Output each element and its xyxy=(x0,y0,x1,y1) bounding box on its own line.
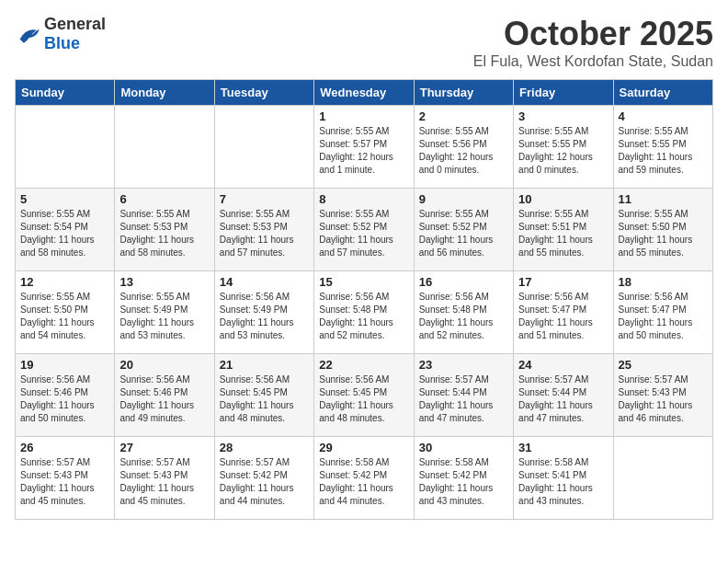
calendar-cell: 11Sunrise: 5:55 AM Sunset: 5:50 PM Dayli… xyxy=(613,189,712,271)
cell-content: Sunrise: 5:55 AM Sunset: 5:50 PM Dayligh… xyxy=(619,208,708,259)
logo-blue-text: Blue xyxy=(44,34,80,52)
day-number: 14 xyxy=(220,275,309,289)
calendar-week-2: 5Sunrise: 5:55 AM Sunset: 5:54 PM Daylig… xyxy=(16,189,713,271)
cell-content: Sunrise: 5:55 AM Sunset: 5:54 PM Dayligh… xyxy=(20,208,109,259)
cell-content: Sunrise: 5:55 AM Sunset: 5:52 PM Dayligh… xyxy=(319,208,408,259)
day-number: 22 xyxy=(319,358,408,372)
calendar-cell: 22Sunrise: 5:56 AM Sunset: 5:45 PM Dayli… xyxy=(314,354,414,437)
calendar-cell: 8Sunrise: 5:55 AM Sunset: 5:52 PM Daylig… xyxy=(314,189,414,271)
weekday-header-wednesday: Wednesday xyxy=(314,80,414,106)
cell-content: Sunrise: 5:57 AM Sunset: 5:43 PM Dayligh… xyxy=(119,456,209,508)
cell-content: Sunrise: 5:56 AM Sunset: 5:48 PM Dayligh… xyxy=(319,291,408,342)
day-number: 11 xyxy=(619,192,708,206)
day-number: 12 xyxy=(20,275,109,289)
cell-content: Sunrise: 5:55 AM Sunset: 5:53 PM Dayligh… xyxy=(220,208,309,259)
day-number: 15 xyxy=(319,275,408,289)
calendar-week-5: 26Sunrise: 5:57 AM Sunset: 5:43 PM Dayli… xyxy=(16,437,713,520)
cell-content: Sunrise: 5:57 AM Sunset: 5:42 PM Dayligh… xyxy=(220,456,309,508)
logo-bird-icon xyxy=(15,21,40,47)
calendar-cell: 29Sunrise: 5:58 AM Sunset: 5:42 PM Dayli… xyxy=(314,437,414,520)
cell-content: Sunrise: 5:56 AM Sunset: 5:47 PM Dayligh… xyxy=(619,291,708,342)
day-number: 1 xyxy=(319,109,408,123)
calendar-cell xyxy=(613,437,712,520)
day-number: 31 xyxy=(518,441,608,454)
day-number: 23 xyxy=(419,358,508,372)
cell-content: Sunrise: 5:55 AM Sunset: 5:55 PM Dayligh… xyxy=(518,125,608,177)
calendar-week-4: 19Sunrise: 5:56 AM Sunset: 5:46 PM Dayli… xyxy=(16,354,713,437)
cell-content: Sunrise: 5:55 AM Sunset: 5:57 PM Dayligh… xyxy=(319,125,408,177)
calendar-cell: 21Sunrise: 5:56 AM Sunset: 5:45 PM Dayli… xyxy=(214,354,313,437)
cell-content: Sunrise: 5:58 AM Sunset: 5:42 PM Dayligh… xyxy=(319,456,408,508)
calendar-cell: 6Sunrise: 5:55 AM Sunset: 5:53 PM Daylig… xyxy=(115,189,214,271)
day-number: 7 xyxy=(220,192,309,206)
cell-content: Sunrise: 5:56 AM Sunset: 5:48 PM Dayligh… xyxy=(419,291,508,342)
cell-content: Sunrise: 5:58 AM Sunset: 5:41 PM Dayligh… xyxy=(518,456,608,508)
day-number: 8 xyxy=(319,192,408,206)
logo-wordmark: General Blue xyxy=(44,15,106,53)
cell-content: Sunrise: 5:57 AM Sunset: 5:43 PM Dayligh… xyxy=(619,373,708,425)
cell-content: Sunrise: 5:56 AM Sunset: 5:45 PM Dayligh… xyxy=(220,373,309,425)
calendar-cell: 15Sunrise: 5:56 AM Sunset: 5:48 PM Dayli… xyxy=(314,271,414,354)
calendar-week-3: 12Sunrise: 5:55 AM Sunset: 5:50 PM Dayli… xyxy=(16,271,713,354)
calendar-cell: 24Sunrise: 5:57 AM Sunset: 5:44 PM Dayli… xyxy=(514,354,613,437)
calendar-cell xyxy=(16,106,115,189)
calendar-cell: 14Sunrise: 5:56 AM Sunset: 5:49 PM Dayli… xyxy=(214,271,313,354)
calendar-cell: 25Sunrise: 5:57 AM Sunset: 5:43 PM Dayli… xyxy=(613,354,712,437)
day-number: 18 xyxy=(619,275,708,289)
logo-general-text: General xyxy=(44,15,106,33)
calendar-cell: 26Sunrise: 5:57 AM Sunset: 5:43 PM Dayli… xyxy=(16,437,115,520)
calendar-header-row: SundayMondayTuesdayWednesdayThursdayFrid… xyxy=(16,80,713,106)
calendar-cell: 30Sunrise: 5:58 AM Sunset: 5:42 PM Dayli… xyxy=(414,437,513,520)
day-number: 30 xyxy=(419,441,508,454)
cell-content: Sunrise: 5:57 AM Sunset: 5:43 PM Dayligh… xyxy=(20,456,109,508)
day-number: 4 xyxy=(619,109,708,123)
cell-content: Sunrise: 5:55 AM Sunset: 5:50 PM Dayligh… xyxy=(20,291,109,342)
weekday-header-tuesday: Tuesday xyxy=(214,80,313,106)
cell-content: Sunrise: 5:55 AM Sunset: 5:55 PM Dayligh… xyxy=(619,125,708,177)
calendar-cell: 10Sunrise: 5:55 AM Sunset: 5:51 PM Dayli… xyxy=(514,189,613,271)
calendar-cell: 5Sunrise: 5:55 AM Sunset: 5:54 PM Daylig… xyxy=(16,189,115,271)
calendar-cell: 20Sunrise: 5:56 AM Sunset: 5:46 PM Dayli… xyxy=(115,354,214,437)
calendar-cell: 3Sunrise: 5:55 AM Sunset: 5:55 PM Daylig… xyxy=(514,106,613,189)
day-number: 17 xyxy=(518,275,608,289)
day-number: 21 xyxy=(220,358,309,372)
calendar-cell: 2Sunrise: 5:55 AM Sunset: 5:56 PM Daylig… xyxy=(414,106,513,189)
calendar-cell: 12Sunrise: 5:55 AM Sunset: 5:50 PM Dayli… xyxy=(16,271,115,354)
weekday-header-friday: Friday xyxy=(514,80,613,106)
calendar-cell: 23Sunrise: 5:57 AM Sunset: 5:44 PM Dayli… xyxy=(414,354,513,437)
weekday-header-monday: Monday xyxy=(115,80,214,106)
day-number: 27 xyxy=(119,441,209,454)
day-number: 29 xyxy=(319,441,408,454)
calendar-table: SundayMondayTuesdayWednesdayThursdayFrid… xyxy=(15,79,713,520)
day-number: 19 xyxy=(20,358,109,372)
calendar-cell: 28Sunrise: 5:57 AM Sunset: 5:42 PM Dayli… xyxy=(214,437,313,520)
cell-content: Sunrise: 5:55 AM Sunset: 5:56 PM Dayligh… xyxy=(419,125,508,177)
day-number: 6 xyxy=(119,192,209,206)
calendar-cell: 9Sunrise: 5:55 AM Sunset: 5:52 PM Daylig… xyxy=(414,189,513,271)
cell-content: Sunrise: 5:56 AM Sunset: 5:49 PM Dayligh… xyxy=(220,291,309,342)
cell-content: Sunrise: 5:55 AM Sunset: 5:49 PM Dayligh… xyxy=(119,291,209,342)
cell-content: Sunrise: 5:56 AM Sunset: 5:45 PM Dayligh… xyxy=(319,373,408,425)
month-title: October 2025 xyxy=(473,15,713,53)
day-number: 28 xyxy=(220,441,309,454)
title-block: October 2025 El Fula, West Kordofan Stat… xyxy=(473,15,713,70)
day-number: 20 xyxy=(119,358,209,372)
cell-content: Sunrise: 5:56 AM Sunset: 5:46 PM Dayligh… xyxy=(119,373,209,425)
page-header: General Blue October 2025 El Fula, West … xyxy=(15,15,713,70)
calendar-cell: 16Sunrise: 5:56 AM Sunset: 5:48 PM Dayli… xyxy=(414,271,513,354)
day-number: 25 xyxy=(619,358,708,372)
weekday-header-saturday: Saturday xyxy=(613,80,712,106)
calendar-cell: 19Sunrise: 5:56 AM Sunset: 5:46 PM Dayli… xyxy=(16,354,115,437)
calendar-cell: 27Sunrise: 5:57 AM Sunset: 5:43 PM Dayli… xyxy=(115,437,214,520)
weekday-header-thursday: Thursday xyxy=(414,80,513,106)
calendar-cell xyxy=(115,106,214,189)
day-number: 24 xyxy=(518,358,608,372)
day-number: 9 xyxy=(419,192,508,206)
cell-content: Sunrise: 5:55 AM Sunset: 5:53 PM Dayligh… xyxy=(119,208,209,259)
weekday-header-sunday: Sunday xyxy=(16,80,115,106)
cell-content: Sunrise: 5:55 AM Sunset: 5:51 PM Dayligh… xyxy=(518,208,608,259)
logo: General Blue xyxy=(15,15,106,53)
day-number: 13 xyxy=(119,275,209,289)
day-number: 5 xyxy=(20,192,109,206)
calendar-cell: 1Sunrise: 5:55 AM Sunset: 5:57 PM Daylig… xyxy=(314,106,414,189)
